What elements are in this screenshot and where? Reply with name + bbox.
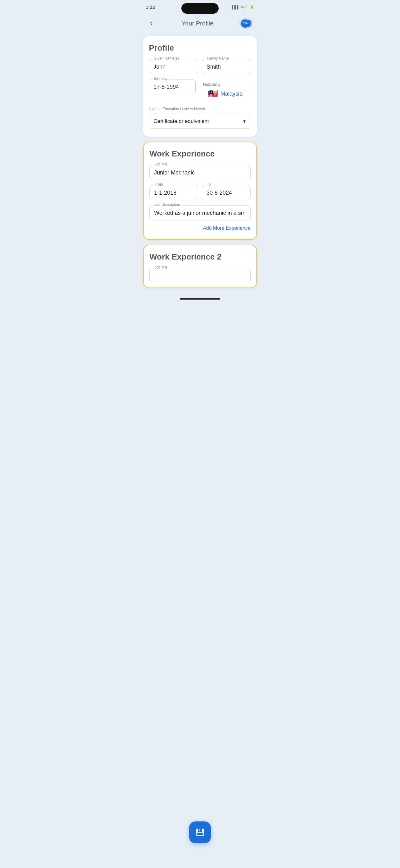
back-icon: ‹ [150,19,152,27]
job-title-input[interactable] [149,165,251,180]
job-title-label-2: Job title [153,265,168,270]
job-title-field: Job title [149,165,251,180]
work-experience-title-2: Work Experience 2 [149,252,251,262]
signal-icon: ▌▌▌ [232,5,240,9]
job-desc-input[interactable] [149,205,251,220]
education-section: Highest Education Level Achieved Certifi… [149,107,251,128]
job-title-label: Job title [153,162,168,166]
from-label: From [153,182,164,187]
status-icons: ▌▌▌ WiFi 🔋 [232,5,254,9]
nationality-label: Nationality [202,82,221,87]
job-title-field-2: Job title [149,268,251,283]
nationality-country: Malaysia [221,91,242,97]
job-desc-label: Job Description [153,203,181,207]
family-name-field: Family Name [202,59,251,74]
birthday-label: Birthday [153,76,169,81]
given-name-input[interactable] [149,59,198,74]
education-dropdown[interactable]: Certificate or equivalent ▼ [149,114,251,128]
page-title: Your Profile [157,20,238,27]
job-title-input-2[interactable] [149,268,251,283]
battery-icon: 🔋 [249,5,254,9]
status-bar: 1:12 ▌▌▌ WiFi 🔋 [139,0,261,12]
nationality-value[interactable]: 🇲🇾 Malaysia [208,89,242,99]
visa-logo[interactable]: VISA [238,15,254,31]
add-more-experience-link[interactable]: Add More Experience [149,225,251,231]
given-name-field: Given Name(s) [149,59,198,74]
svg-point-2 [249,26,252,27]
family-name-input[interactable] [202,59,251,74]
back-button[interactable]: ‹ [146,18,157,29]
add-more-label: Add More Experience [203,225,251,231]
from-input[interactable] [149,185,198,200]
home-indicator [180,298,220,300]
date-range-row: From To [149,185,251,200]
svg-text:VISA: VISA [243,21,249,24]
header: ‹ Your Profile VISA [139,12,261,36]
birthday-input[interactable] [149,79,196,94]
birthday-field: Birthday [149,79,196,102]
wifi-icon: WiFi [241,5,248,9]
status-time: 1:12 [146,4,155,10]
given-name-label: Given Name(s) [153,56,180,61]
nationality-flag: 🇲🇾 [208,89,218,99]
name-row: Given Name(s) Family Name [149,59,251,74]
work-experience-title-1: Work Experience [149,149,251,159]
nationality-field: Nationality 🇲🇾 Malaysia [199,79,251,102]
work-experience-card-2: Work Experience 2 Job title [143,245,257,288]
visa-logo-svg: VISA [238,15,254,31]
to-input[interactable] [202,185,251,200]
to-field: To [202,185,251,200]
profile-card-title: Profile [149,43,251,53]
family-name-label: Family Name [206,56,230,61]
birthday-nationality-row: Birthday Nationality 🇲🇾 Malaysia [149,79,251,102]
work-experience-card-1: Work Experience Job title From To Job De… [143,142,257,240]
dropdown-arrow-icon: ▼ [242,119,246,124]
from-field: From [149,185,198,200]
dynamic-island [181,3,219,14]
job-desc-field: Job Description [149,205,251,220]
profile-card: Profile Given Name(s) Family Name Birthd… [143,36,257,136]
education-value: Certificate or equivalent [154,118,209,124]
education-label: Highest Education Level Achieved [149,107,251,111]
to-label: To [206,182,212,187]
